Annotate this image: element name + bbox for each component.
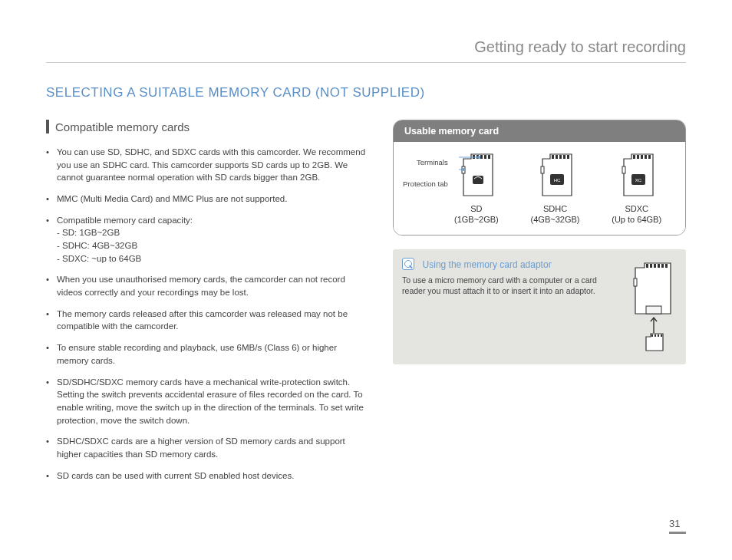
terminals-label: Terminals <box>403 159 448 166</box>
subheading-bar-icon <box>46 120 49 133</box>
svg-point-8 <box>477 156 480 159</box>
page-heading: SELECTING A SUITABLE MEMORY CARD (NOT SU… <box>46 84 686 101</box>
svg-rect-3 <box>484 155 486 159</box>
manual-page: Getting ready to start recording SELECTI… <box>0 0 732 521</box>
list-item: When you use unauthorised memory cards, … <box>46 273 370 298</box>
card-capacity: (1GB~2GB) <box>454 214 499 225</box>
two-column-layout: Compatible memory cards You can use SD, … <box>46 120 686 490</box>
svg-rect-13 <box>559 155 562 159</box>
info-text: To use a micro memory card with a comput… <box>402 275 602 297</box>
list-item: MMC (Multi Media Card) and MMC Plus are … <box>46 193 370 206</box>
svg-rect-16 <box>541 166 544 173</box>
sub-item: - SDXC: ~up to 64GB <box>57 252 370 265</box>
svg-rect-4 <box>488 155 490 159</box>
card-capacity: (Up to 64GB) <box>612 214 661 225</box>
subheading-row: Compatible memory cards <box>46 120 370 133</box>
sub-item: - SD: 1GB~2GB <box>57 226 370 239</box>
usable-card-panel: Usable memory card Terminals Protection … <box>393 120 686 236</box>
svg-rect-15 <box>567 155 569 159</box>
svg-rect-11 <box>552 155 554 159</box>
sub-item: - SDHC: 4GB~32GB <box>57 239 370 252</box>
svg-rect-32 <box>665 264 668 268</box>
svg-text:HC: HC <box>553 178 560 183</box>
list-text: SD cards can be used with current SD ena… <box>57 471 294 480</box>
svg-point-10 <box>462 168 465 171</box>
right-column: Usable memory card Terminals Protection … <box>393 120 686 490</box>
list-item: You can use SD, SDHC, and SDXC cards wit… <box>46 146 370 184</box>
card-sdxc: XC SDXC (Up to 64GB) <box>612 153 661 226</box>
info-box: Using the memory card adaptor To use a m… <box>393 249 686 364</box>
list-text: To ensure stable recording and playback,… <box>57 343 337 365</box>
svg-rect-27 <box>646 264 648 268</box>
svg-rect-21 <box>641 155 643 159</box>
card-sdhc: HC SDHC (4GB~32GB) <box>531 153 580 226</box>
chapter-title: Getting ready to start recording <box>46 38 686 63</box>
panel-body: Terminals Protection tab <box>394 142 685 235</box>
cards-row: Terminals Protection tab <box>401 153 678 226</box>
svg-rect-38 <box>661 334 662 337</box>
sub-list: - SD: 1GB~2GB - SDHC: 4GB~32GB - SDXC: ~… <box>57 226 370 265</box>
svg-rect-35 <box>651 334 653 337</box>
svg-rect-30 <box>658 264 660 268</box>
page-number: 31 <box>669 518 686 534</box>
protection-label: Protection tab <box>403 180 448 188</box>
svg-rect-33 <box>634 278 637 286</box>
svg-rect-31 <box>661 264 664 268</box>
info-title: Using the memory card adaptor <box>423 259 552 269</box>
svg-rect-37 <box>658 334 659 337</box>
svg-rect-24 <box>622 166 625 173</box>
list-text: MMC (Multi Media Card) and MMC Plus are … <box>57 194 287 203</box>
svg-rect-28 <box>650 264 652 268</box>
card-name: SDXC <box>612 203 661 214</box>
pointer-labels: Terminals Protection tab <box>403 159 448 187</box>
card-name: SD <box>454 203 499 214</box>
svg-rect-14 <box>563 155 565 159</box>
list-item: To ensure stable recording and playback,… <box>46 341 370 367</box>
list-text: The memory cards released after this cam… <box>57 309 348 331</box>
magnifier-icon <box>402 258 414 270</box>
card-sd: SD (1GB~2GB) <box>454 153 499 226</box>
svg-rect-22 <box>645 155 647 159</box>
card-name: SDHC <box>531 203 580 214</box>
svg-text:XC: XC <box>635 178 641 183</box>
svg-rect-12 <box>556 155 558 159</box>
list-text: When you use unauthorised memory cards, … <box>57 275 345 297</box>
svg-rect-34 <box>646 306 661 314</box>
list-item: SD/SDHC/SDXC memory cards have a mechani… <box>46 376 370 427</box>
list-text: SD/SDHC/SDXC memory cards have a mechani… <box>57 377 364 425</box>
list-item: SD cards can be used with current SD ena… <box>46 469 370 483</box>
svg-rect-20 <box>637 155 639 159</box>
list-text: Compatible memory card capacity: <box>57 216 193 225</box>
list-item: SDHC/SDXC cards are a higher version of … <box>46 435 370 460</box>
svg-rect-29 <box>654 264 656 268</box>
panel-title: Usable memory card <box>394 120 685 142</box>
sdxc-card-icon: XC <box>619 153 655 197</box>
list-text: You can use SD, SDHC, and SDXC cards wit… <box>57 147 365 182</box>
adaptor-illustration <box>623 260 677 355</box>
left-column: Compatible memory cards You can use SD, … <box>46 120 370 490</box>
svg-rect-19 <box>633 155 635 159</box>
svg-rect-2 <box>480 155 483 159</box>
list-item: Compatible memory card capacity: - SD: 1… <box>46 214 370 265</box>
card-capacity: (4GB~32GB) <box>531 214 580 225</box>
svg-rect-36 <box>655 334 656 337</box>
sd-card-icon <box>459 153 494 197</box>
subheading: Compatible memory cards <box>55 120 190 133</box>
bullet-list: You can use SD, SDHC, and SDXC cards wit… <box>46 146 370 482</box>
list-item: The memory cards released after this cam… <box>46 308 370 333</box>
svg-rect-23 <box>648 155 651 159</box>
sdhc-card-icon: HC <box>538 153 573 197</box>
list-text: SDHC/SDXC cards are a higher version of … <box>57 436 345 459</box>
